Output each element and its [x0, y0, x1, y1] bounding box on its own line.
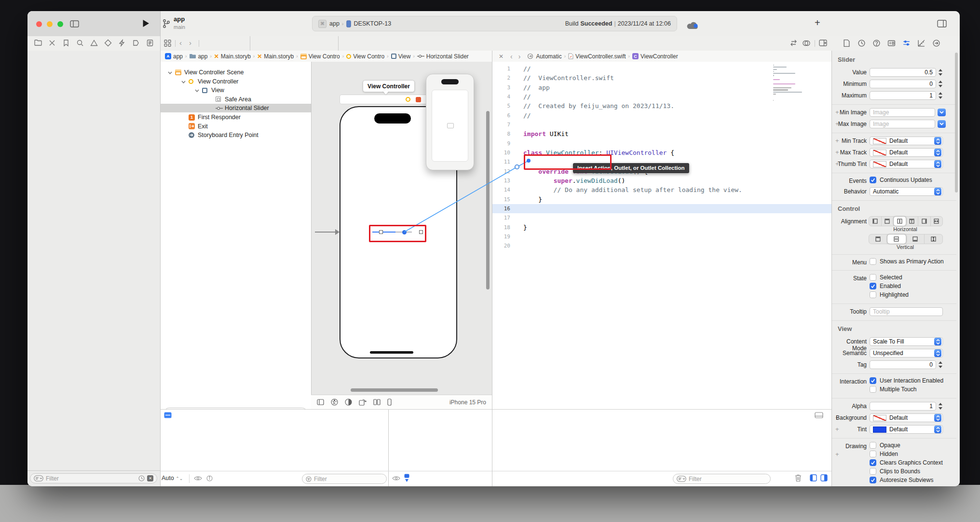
destination-project[interactable]: app	[329, 20, 340, 27]
maximum-field[interactable]: 1	[870, 91, 936, 100]
disclosure-chevron-icon[interactable]	[195, 87, 199, 94]
console-filter-field[interactable]: Filter	[673, 474, 771, 484]
jumpbar-item-main-storyb[interactable]: ✕Main.storyb	[214, 53, 251, 60]
filter-scope-icon[interactable]	[677, 476, 686, 482]
help-inspector-icon[interactable]	[872, 39, 881, 47]
check-multiple-touch[interactable]: Multiple Touch	[870, 385, 917, 394]
max-track-popup[interactable]: Default	[870, 148, 943, 157]
segment-4[interactable]	[918, 217, 931, 226]
tint-popup[interactable]: Default	[870, 425, 943, 434]
tag-field[interactable]: 0	[870, 360, 936, 369]
outline-row-exit[interactable]: Exit	[160, 122, 311, 131]
checkbox[interactable]	[870, 274, 876, 281]
segment-3[interactable]	[925, 234, 942, 244]
min-track-popup-button[interactable]	[934, 137, 941, 145]
background-popup[interactable]: Default	[870, 413, 943, 422]
checkbox[interactable]	[870, 258, 876, 265]
semantic-popup-button[interactable]	[934, 349, 941, 357]
check-opaque[interactable]: Opaque	[870, 441, 900, 450]
debug-area[interactable]: Auto ⌃⌄ Filter	[160, 409, 831, 486]
close-assistant-icon[interactable]: ✕	[499, 53, 504, 60]
tooltip-field[interactable]: Tooltip	[870, 307, 943, 316]
file-inspector-icon[interactable]	[843, 39, 851, 47]
max-image-field[interactable]: Image	[870, 120, 935, 128]
jumpbar-item-view-contro[interactable]: View Contro	[300, 53, 340, 60]
swap-editor-icon[interactable]	[789, 40, 798, 46]
appearance-icon[interactable]	[345, 398, 352, 406]
check-autoresize-subviews[interactable]: Autoresize Subviews	[870, 476, 933, 484]
alpha-field[interactable]: 1	[870, 402, 936, 411]
variables-view-icon[interactable]	[164, 412, 172, 418]
jumpbar-item-app[interactable]: Aapp	[165, 53, 183, 60]
canvas-vscrollbar[interactable]	[486, 111, 490, 289]
stepper[interactable]	[938, 361, 943, 369]
device-label[interactable]: iPhone 15 Pro	[449, 399, 486, 406]
inspector-scrollbar[interactable]	[955, 53, 958, 192]
jumpbar-item-horizontal-slider[interactable]: Horizontal Slider	[417, 53, 469, 60]
jumpbar-item-view[interactable]: View	[391, 53, 411, 60]
attributes-inspector-pane[interactable]: SliderValue0.5Minimum0Maximum1+Min Image…	[831, 51, 960, 486]
issue-navigator-icon[interactable]	[90, 39, 98, 47]
max-image-dropdown-button[interactable]	[938, 120, 946, 128]
minimize-window-button[interactable]	[47, 21, 53, 27]
canvas-hscrollbar[interactable]	[351, 388, 438, 392]
check-clips-to-bounds[interactable]: Clips to Bounds	[870, 467, 920, 476]
outline-toggle-icon[interactable]	[317, 399, 324, 405]
recent-filter-clock-icon[interactable]	[138, 475, 145, 481]
checkbox[interactable]	[870, 291, 876, 298]
thumb-tint-popup-button[interactable]	[934, 160, 941, 168]
info-icon[interactable]	[206, 475, 213, 481]
disclosure-chevron-icon[interactable]	[168, 69, 172, 76]
code-minimap[interactable]	[773, 65, 803, 106]
related-items-icon[interactable]	[164, 40, 171, 47]
outline-row-storyboard-entry-point[interactable]: Storyboard Entry Point	[160, 131, 311, 139]
forward-icon[interactable]: ›	[189, 39, 191, 47]
add-editor-icon[interactable]	[819, 40, 827, 46]
stepper[interactable]	[938, 80, 943, 88]
filter-scope-icon[interactable]	[34, 475, 43, 481]
navigator-pane[interactable]: Filter ✕	[27, 51, 160, 486]
identity-inspector-icon[interactable]	[887, 39, 896, 47]
debug-navigator-icon[interactable]	[118, 39, 126, 47]
checkbox[interactable]	[870, 283, 876, 289]
min-track-popup[interactable]: Default	[870, 137, 943, 145]
dock-view-controller-icon[interactable]	[406, 97, 410, 102]
bookmark-navigator-icon[interactable]	[62, 39, 70, 47]
outline-row-view-controller[interactable]: View Controller	[160, 77, 311, 86]
add-editor-plus-button[interactable]: +	[815, 17, 820, 28]
check-hidden[interactable]: +Hidden	[870, 450, 898, 458]
segment-1[interactable]	[887, 234, 906, 244]
storyboard-canvas[interactable]: View Controller	[311, 62, 492, 409]
run-button[interactable]	[142, 19, 150, 27]
toggle-inspector-icon[interactable]	[937, 20, 947, 27]
scene-dock[interactable]	[340, 95, 437, 104]
navigator-filter-field[interactable]: Filter ✕	[30, 473, 157, 483]
report-navigator-icon[interactable]	[146, 39, 154, 47]
segment-2[interactable]	[906, 234, 925, 244]
content-mode-popup[interactable]: Scale To Fill	[870, 337, 943, 346]
accessibility-icon[interactable]	[331, 398, 338, 406]
outline-row-horizontal-slider[interactable]: Horizontal Slider	[160, 104, 311, 112]
plus-button[interactable]: +	[835, 451, 839, 458]
check-selected[interactable]: Selected	[870, 273, 902, 282]
zoom-window-button[interactable]	[57, 21, 63, 27]
toggle-console-view-icon[interactable]	[820, 474, 828, 481]
segment-1[interactable]	[882, 217, 894, 226]
stepper[interactable]	[938, 92, 943, 99]
forward-icon[interactable]: ›	[518, 53, 521, 60]
console-eye-icon[interactable]	[392, 476, 400, 481]
stepper[interactable]	[938, 69, 943, 76]
document-outline-pane[interactable]: View Controller SceneView ControllerView…	[160, 62, 311, 409]
check-shows-as-primary-action[interactable]: Shows as Primary Action	[870, 257, 944, 266]
segment-0[interactable]	[869, 234, 887, 244]
jump-bar-assistant[interactable]: ✕ ‹ › Automatic › ViewController.swift ›…	[492, 51, 831, 62]
check-enabled[interactable]: Enabled	[870, 282, 901, 290]
minimum-field[interactable]: 0	[870, 80, 936, 88]
behavior-popup[interactable]: Automatic	[870, 187, 943, 196]
orientation-icon[interactable]	[359, 398, 367, 406]
minimap-toggle-icon[interactable]	[803, 40, 810, 47]
history-inspector-icon[interactable]	[858, 39, 866, 47]
outline-row-first-responder[interactable]: 1First Responder	[160, 113, 311, 122]
toggle-navigator-icon[interactable]	[70, 20, 79, 27]
breakpoint-navigator-icon[interactable]	[132, 39, 140, 47]
